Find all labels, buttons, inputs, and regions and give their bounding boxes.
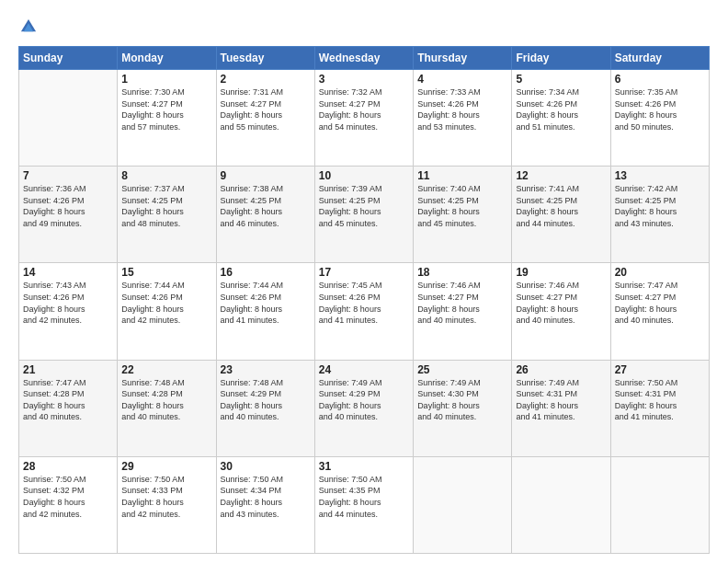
- calendar-cell: 14Sunrise: 7:43 AM Sunset: 4:26 PM Dayli…: [19, 263, 118, 360]
- day-info: Sunrise: 7:32 AM Sunset: 4:27 PM Dayligh…: [319, 86, 409, 132]
- day-info: Sunrise: 7:49 AM Sunset: 4:30 PM Dayligh…: [417, 377, 507, 423]
- calendar-cell: [19, 70, 118, 167]
- day-number: 20: [615, 266, 705, 279]
- day-info: Sunrise: 7:48 AM Sunset: 4:29 PM Dayligh…: [221, 377, 311, 423]
- day-number: 23: [221, 363, 311, 376]
- weekday-header-wednesday: Wednesday: [314, 47, 413, 70]
- calendar-cell: 29Sunrise: 7:50 AM Sunset: 4:33 PM Dayli…: [118, 456, 216, 553]
- weekday-header-row: SundayMondayTuesdayWednesdayThursdayFrid…: [19, 47, 710, 70]
- day-info: Sunrise: 7:37 AM Sunset: 4:25 PM Dayligh…: [121, 183, 211, 229]
- day-number: 5: [516, 73, 606, 86]
- day-number: 11: [417, 169, 507, 182]
- day-number: 13: [615, 169, 705, 182]
- day-number: 3: [319, 73, 409, 86]
- day-number: 16: [221, 266, 311, 279]
- calendar-table: SundayMondayTuesdayWednesdayThursdayFrid…: [18, 46, 710, 554]
- day-info: Sunrise: 7:45 AM Sunset: 4:26 PM Dayligh…: [319, 280, 409, 326]
- page: SundayMondayTuesdayWednesdayThursdayFrid…: [0, 0, 728, 563]
- calendar-cell: 9Sunrise: 7:38 AM Sunset: 4:25 PM Daylig…: [216, 167, 314, 263]
- day-info: Sunrise: 7:33 AM Sunset: 4:26 PM Dayligh…: [417, 86, 507, 132]
- day-info: Sunrise: 7:50 AM Sunset: 4:32 PM Dayligh…: [23, 474, 113, 520]
- day-info: Sunrise: 7:43 AM Sunset: 4:26 PM Dayligh…: [23, 280, 113, 326]
- day-number: 6: [615, 73, 705, 86]
- week-row-2: 7Sunrise: 7:36 AM Sunset: 4:26 PM Daylig…: [19, 167, 710, 263]
- day-info: Sunrise: 7:31 AM Sunset: 4:27 PM Dayligh…: [221, 86, 311, 132]
- weekday-header-thursday: Thursday: [414, 47, 512, 70]
- day-number: 8: [121, 169, 211, 182]
- day-info: Sunrise: 7:42 AM Sunset: 4:25 PM Dayligh…: [615, 183, 705, 229]
- calendar-cell: [414, 456, 512, 553]
- day-number: 9: [221, 169, 311, 182]
- day-number: 22: [121, 363, 211, 376]
- calendar-cell: 26Sunrise: 7:49 AM Sunset: 4:31 PM Dayli…: [512, 360, 610, 456]
- day-number: 29: [121, 460, 211, 473]
- calendar-cell: 19Sunrise: 7:46 AM Sunset: 4:27 PM Dayli…: [512, 263, 610, 360]
- calendar-cell: 3Sunrise: 7:32 AM Sunset: 4:27 PM Daylig…: [314, 70, 413, 167]
- day-info: Sunrise: 7:41 AM Sunset: 4:25 PM Dayligh…: [516, 183, 606, 229]
- calendar-cell: [512, 456, 610, 553]
- calendar-cell: 1Sunrise: 7:30 AM Sunset: 4:27 PM Daylig…: [118, 70, 216, 167]
- calendar-cell: 11Sunrise: 7:40 AM Sunset: 4:25 PM Dayli…: [414, 167, 512, 263]
- day-info: Sunrise: 7:44 AM Sunset: 4:26 PM Dayligh…: [121, 280, 211, 326]
- weekday-header-saturday: Saturday: [610, 47, 709, 70]
- day-number: 28: [23, 460, 113, 473]
- day-info: Sunrise: 7:49 AM Sunset: 4:31 PM Dayligh…: [516, 377, 606, 423]
- day-number: 31: [319, 460, 409, 473]
- calendar-cell: 13Sunrise: 7:42 AM Sunset: 4:25 PM Dayli…: [610, 167, 709, 263]
- day-number: 21: [23, 363, 113, 376]
- day-number: 19: [516, 266, 606, 279]
- calendar-cell: 2Sunrise: 7:31 AM Sunset: 4:27 PM Daylig…: [216, 70, 314, 167]
- day-number: 15: [121, 266, 211, 279]
- day-number: 26: [516, 363, 606, 376]
- day-info: Sunrise: 7:38 AM Sunset: 4:25 PM Dayligh…: [221, 183, 311, 229]
- calendar-cell: 16Sunrise: 7:44 AM Sunset: 4:26 PM Dayli…: [216, 263, 314, 360]
- day-info: Sunrise: 7:34 AM Sunset: 4:26 PM Dayligh…: [516, 86, 606, 132]
- day-info: Sunrise: 7:49 AM Sunset: 4:29 PM Dayligh…: [319, 377, 409, 423]
- calendar-cell: 24Sunrise: 7:49 AM Sunset: 4:29 PM Dayli…: [314, 360, 413, 456]
- logo-icon: [18, 17, 39, 37]
- day-info: Sunrise: 7:50 AM Sunset: 4:33 PM Dayligh…: [121, 474, 211, 520]
- day-info: Sunrise: 7:44 AM Sunset: 4:26 PM Dayligh…: [221, 280, 311, 326]
- day-number: 30: [221, 460, 311, 473]
- weekday-header-friday: Friday: [512, 47, 610, 70]
- day-number: 2: [221, 73, 311, 86]
- calendar-cell: 22Sunrise: 7:48 AM Sunset: 4:28 PM Dayli…: [118, 360, 216, 456]
- day-info: Sunrise: 7:35 AM Sunset: 4:26 PM Dayligh…: [615, 86, 705, 132]
- day-info: Sunrise: 7:46 AM Sunset: 4:27 PM Dayligh…: [516, 280, 606, 326]
- day-number: 4: [417, 73, 507, 86]
- calendar-cell: 27Sunrise: 7:50 AM Sunset: 4:31 PM Dayli…: [610, 360, 709, 456]
- weekday-header-tuesday: Tuesday: [216, 47, 314, 70]
- day-info: Sunrise: 7:40 AM Sunset: 4:25 PM Dayligh…: [417, 183, 507, 229]
- week-row-3: 14Sunrise: 7:43 AM Sunset: 4:26 PM Dayli…: [19, 263, 710, 360]
- day-number: 18: [417, 266, 507, 279]
- weekday-header-monday: Monday: [118, 47, 216, 70]
- day-info: Sunrise: 7:46 AM Sunset: 4:27 PM Dayligh…: [417, 280, 507, 326]
- logo: [18, 17, 42, 37]
- day-number: 7: [23, 169, 113, 182]
- calendar-cell: 10Sunrise: 7:39 AM Sunset: 4:25 PM Dayli…: [314, 167, 413, 263]
- calendar-cell: 8Sunrise: 7:37 AM Sunset: 4:25 PM Daylig…: [118, 167, 216, 263]
- week-row-1: 1Sunrise: 7:30 AM Sunset: 4:27 PM Daylig…: [19, 70, 710, 167]
- calendar-cell: 28Sunrise: 7:50 AM Sunset: 4:32 PM Dayli…: [19, 456, 118, 553]
- day-number: 12: [516, 169, 606, 182]
- calendar-cell: 20Sunrise: 7:47 AM Sunset: 4:27 PM Dayli…: [610, 263, 709, 360]
- day-number: 24: [319, 363, 409, 376]
- day-info: Sunrise: 7:47 AM Sunset: 4:28 PM Dayligh…: [23, 377, 113, 423]
- day-info: Sunrise: 7:39 AM Sunset: 4:25 PM Dayligh…: [319, 183, 409, 229]
- day-number: 27: [615, 363, 705, 376]
- day-info: Sunrise: 7:30 AM Sunset: 4:27 PM Dayligh…: [121, 86, 211, 132]
- calendar-cell: 17Sunrise: 7:45 AM Sunset: 4:26 PM Dayli…: [314, 263, 413, 360]
- day-number: 14: [23, 266, 113, 279]
- day-info: Sunrise: 7:48 AM Sunset: 4:28 PM Dayligh…: [121, 377, 211, 423]
- day-number: 1: [121, 73, 211, 86]
- calendar-cell: 7Sunrise: 7:36 AM Sunset: 4:26 PM Daylig…: [19, 167, 118, 263]
- calendar-cell: 30Sunrise: 7:50 AM Sunset: 4:34 PM Dayli…: [216, 456, 314, 553]
- calendar-cell: 23Sunrise: 7:48 AM Sunset: 4:29 PM Dayli…: [216, 360, 314, 456]
- day-info: Sunrise: 7:47 AM Sunset: 4:27 PM Dayligh…: [615, 280, 705, 326]
- week-row-5: 28Sunrise: 7:50 AM Sunset: 4:32 PM Dayli…: [19, 456, 710, 553]
- header: [18, 17, 710, 37]
- calendar-cell: 31Sunrise: 7:50 AM Sunset: 4:35 PM Dayli…: [314, 456, 413, 553]
- day-number: 25: [417, 363, 507, 376]
- calendar-cell: 4Sunrise: 7:33 AM Sunset: 4:26 PM Daylig…: [414, 70, 512, 167]
- week-row-4: 21Sunrise: 7:47 AM Sunset: 4:28 PM Dayli…: [19, 360, 710, 456]
